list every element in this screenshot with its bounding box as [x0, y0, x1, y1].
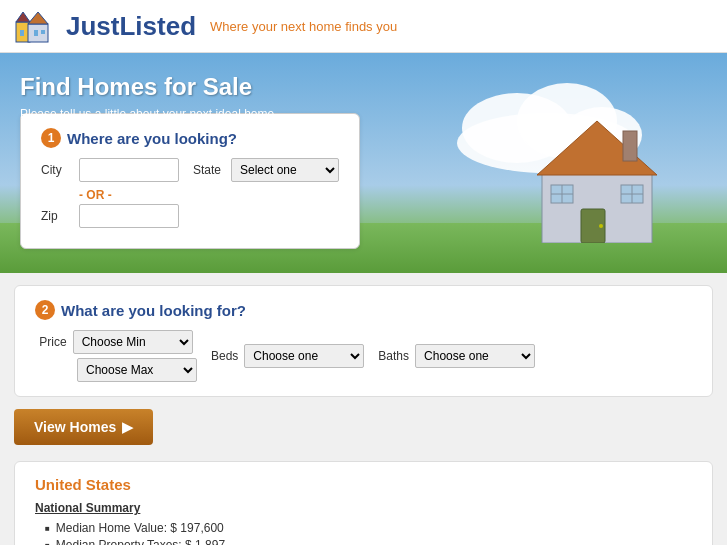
brand-name: JustListed	[66, 11, 196, 42]
list-item: Median Property Taxes: $ 1,897	[45, 538, 692, 545]
header: JustListed Where your next home finds yo…	[0, 0, 727, 53]
us-title: United States	[35, 476, 692, 493]
beds-label: Beds	[211, 349, 238, 363]
or-divider: - OR -	[79, 188, 339, 202]
state-label: State	[193, 163, 223, 177]
state-select[interactable]: Select one AlabamaAlaskaArizona Californ…	[231, 158, 339, 182]
what-title-text: What are you looking for?	[61, 302, 246, 319]
hero-text: Find Homes for Sale Please tell us a lit…	[20, 73, 277, 121]
step-1-circle: 1	[41, 128, 61, 148]
zip-label: Zip	[41, 209, 71, 223]
baths-select[interactable]: Choose one 1+2+3+4+	[415, 344, 535, 368]
city-input[interactable]	[79, 158, 179, 182]
baths-group: Baths Choose one 1+2+3+4+	[378, 344, 535, 368]
svg-rect-21	[623, 131, 637, 161]
hero-title: Find Homes for Sale	[20, 73, 277, 101]
list-item: Median Home Value: $ 197,600	[45, 521, 692, 535]
price-min-select[interactable]: Choose Min $50,000$75,000$100,000 $150,0…	[73, 330, 193, 354]
baths-label: Baths	[378, 349, 409, 363]
location-title-text: Where are you looking?	[67, 130, 237, 147]
city-label: City	[41, 163, 71, 177]
price-max-row: Choose Max $100,000$150,000$200,000 $300…	[35, 358, 197, 382]
house-decoration	[527, 113, 667, 243]
svg-marker-4	[28, 12, 48, 24]
svg-rect-6	[41, 30, 45, 34]
tagline: Where your next home finds you	[210, 19, 397, 34]
price-label: Price	[39, 335, 66, 349]
what-row: Price Choose Min $50,000$75,000$100,000 …	[35, 330, 692, 382]
us-summary-title: National Summary	[35, 501, 692, 515]
what-section: 2 What are you looking for? Price Choose…	[14, 285, 713, 397]
hero-subtitle: Please tell us a little about your next …	[20, 107, 277, 121]
city-row: City State Select one AlabamaAlaskaArizo…	[41, 158, 339, 182]
price-group: Price Choose Min $50,000$75,000$100,000 …	[35, 330, 197, 382]
hero-section: 1 Where are you looking? City State Sele…	[0, 53, 727, 273]
price-max-select[interactable]: Choose Max $100,000$150,000$200,000 $300…	[77, 358, 197, 382]
what-section-title: 2 What are you looking for?	[35, 300, 692, 320]
zip-row: Zip	[41, 204, 339, 228]
view-homes-label: View Homes	[34, 419, 116, 435]
svg-marker-1	[16, 12, 30, 22]
location-section-title: 1 Where are you looking?	[41, 128, 339, 148]
view-homes-button[interactable]: View Homes ▶	[14, 409, 153, 445]
zip-input[interactable]	[79, 204, 179, 228]
svg-rect-5	[34, 30, 38, 36]
us-stats-list: Median Home Value: $ 197,600 Median Prop…	[35, 521, 692, 545]
us-section: United States National Summary Median Ho…	[14, 461, 713, 545]
svg-point-14	[599, 224, 603, 228]
beds-group: Beds Choose one 1+2+3+4+5+	[211, 344, 364, 368]
beds-select[interactable]: Choose one 1+2+3+4+5+	[244, 344, 364, 368]
step-2-circle: 2	[35, 300, 55, 320]
svg-marker-12	[537, 121, 657, 175]
location-box: 1 Where are you looking? City State Sele…	[20, 113, 360, 249]
svg-rect-2	[20, 30, 24, 36]
price-min-row: Price Choose Min $50,000$75,000$100,000 …	[39, 330, 192, 354]
view-homes-arrow: ▶	[122, 419, 133, 435]
logo-icon	[14, 8, 56, 44]
